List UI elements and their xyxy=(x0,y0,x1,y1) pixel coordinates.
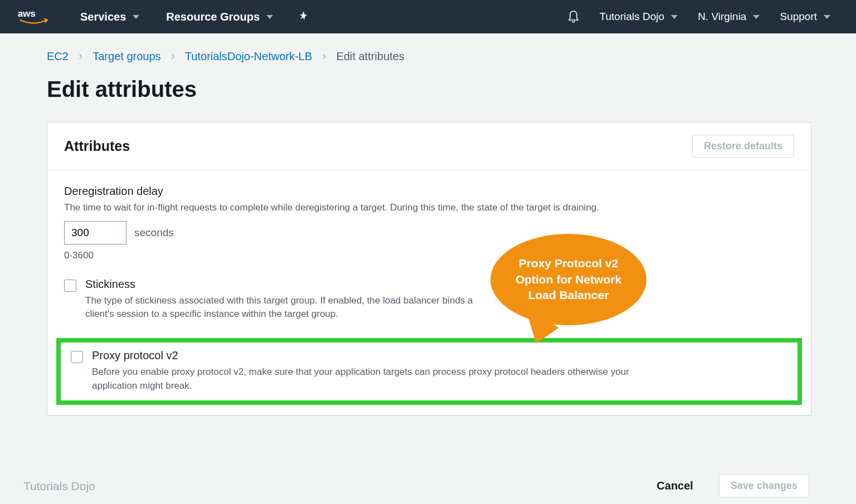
proxy-desc: Before you enable proxy protocol v2, mak… xyxy=(92,365,672,393)
breadcrumb: EC2 › Target groups › TutorialsDojo-Netw… xyxy=(47,49,811,63)
chevron-down-icon xyxy=(753,15,760,19)
nav-resource-groups-label: Resource Groups xyxy=(166,11,260,23)
nav-services[interactable]: Services xyxy=(67,0,153,33)
attributes-panel: Attributes Restore defaults Deregistrati… xyxy=(47,122,811,415)
panel-title: Attributes xyxy=(64,138,130,154)
dereg-desc: The time to wait for in-flight requests … xyxy=(64,201,794,214)
pin-icon[interactable] xyxy=(298,10,309,24)
breadcrumb-lb[interactable]: TutorialsDojo-Network-LB xyxy=(185,50,312,63)
svg-text:aws: aws xyxy=(18,8,36,19)
top-navbar: aws Services Resource Groups Tutorials D… xyxy=(0,0,856,33)
breadcrumb-current: Edit attributes xyxy=(336,50,404,63)
dereg-label: Deregistration delay xyxy=(64,185,794,198)
nav-support-label: Support xyxy=(780,11,817,23)
chevron-down-icon xyxy=(133,15,139,19)
proxy-label: Proxy protocol v2 xyxy=(92,349,787,362)
breadcrumb-ec2[interactable]: EC2 xyxy=(47,50,69,63)
chevron-down-icon xyxy=(824,15,830,19)
dereg-range: 0-3600 xyxy=(64,250,794,261)
cancel-button[interactable]: Cancel xyxy=(656,479,693,492)
watermark: Tutorials Dojo xyxy=(23,479,95,493)
nav-region[interactable]: N. Virginia xyxy=(688,0,770,33)
nav-account-label: Tutorials Dojo xyxy=(600,11,665,23)
nav-resource-groups[interactable]: Resource Groups xyxy=(153,0,286,33)
chevron-right-icon: › xyxy=(322,49,326,63)
stickiness-checkbox[interactable] xyxy=(64,280,76,292)
nav-account[interactable]: Tutorials Dojo xyxy=(590,0,688,33)
page-title: Edit attributes xyxy=(47,77,811,102)
chevron-right-icon: › xyxy=(79,49,82,63)
restore-defaults-button[interactable]: Restore defaults xyxy=(692,135,794,158)
proxy-highlight: Proxy protocol v2 Before you enable prox… xyxy=(56,338,802,405)
bell-icon xyxy=(567,10,580,23)
deregistration-delay-block: Deregistration delay The time to wait fo… xyxy=(64,185,794,261)
save-changes-button[interactable]: Save changes xyxy=(719,474,809,497)
stickiness-desc: The type of stickiness associated with t… xyxy=(85,294,498,321)
nav-services-label: Services xyxy=(80,11,126,23)
aws-logo-icon: aws xyxy=(17,7,50,26)
dereg-unit: seconds xyxy=(134,227,174,239)
chevron-down-icon xyxy=(266,15,273,19)
proxy-protocol-checkbox[interactable] xyxy=(71,351,83,363)
notifications-icon[interactable] xyxy=(557,0,590,33)
callout-text: Proxy Protocol v2 Option for Network Loa… xyxy=(507,256,630,303)
stickiness-label: Stickiness xyxy=(85,278,794,291)
stickiness-block: Stickiness The type of stickiness associ… xyxy=(64,278,794,321)
callout-bubble: Proxy Protocol v2 Option for Network Loa… xyxy=(490,234,646,325)
chevron-right-icon: › xyxy=(171,49,175,63)
aws-logo[interactable]: aws xyxy=(0,7,67,26)
dereg-delay-input[interactable] xyxy=(64,221,127,244)
breadcrumb-target-groups[interactable]: Target groups xyxy=(93,50,160,63)
nav-support[interactable]: Support xyxy=(770,0,840,33)
chevron-down-icon xyxy=(671,15,678,19)
footer: Tutorials Dojo Cancel Save changes xyxy=(0,474,856,497)
nav-region-label: N. Virginia xyxy=(698,11,746,23)
